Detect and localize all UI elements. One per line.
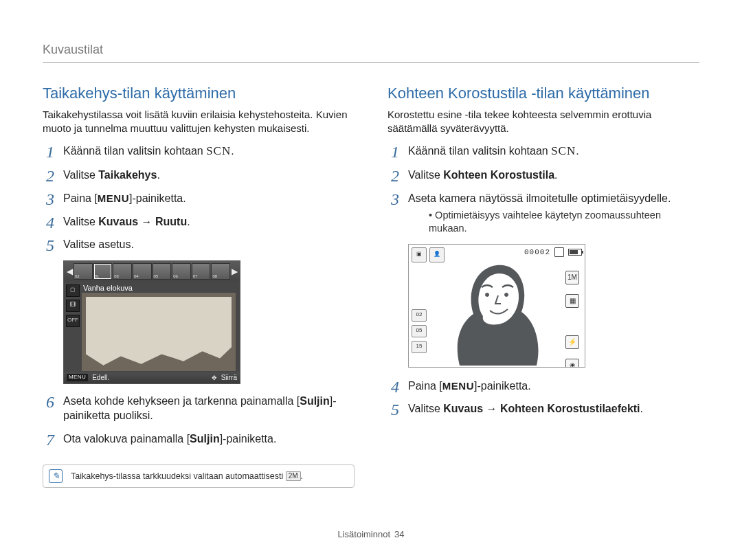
nav-icon: ✥ (212, 374, 217, 382)
step-3: 3 Aseta kamera näytössä ilmoitetulle opt… (387, 191, 699, 236)
step-bold: Kohteen Korostustila (443, 169, 554, 181)
macro-icon: ❀ (565, 359, 579, 368)
scn-label: SCN (206, 144, 231, 157)
step-text: Paina [ (408, 380, 442, 392)
resolution-badge: 2M (286, 471, 301, 481)
thumb: 03 (113, 263, 132, 280)
sd-card-icon (554, 247, 564, 257)
step-text: Paina [ (63, 192, 98, 204)
right-steps-cont: 4 Paina [MENU]-painiketta. 5 Valitse Kuv… (387, 379, 699, 416)
side-icons: ▢ 🎞 OFF (66, 284, 80, 327)
step-text: ]-painiketta. (474, 380, 531, 392)
stack-icon: 15 (412, 341, 427, 353)
side-icon: ▢ (66, 284, 80, 297)
menu-label: MENU (98, 192, 129, 204)
step-bold: Taikakehys (98, 169, 157, 181)
back-label: Edell. (92, 373, 109, 383)
step-text: Valitse (63, 169, 98, 181)
left-intro: Taikakehystilassa voit lisätä kuviin eri… (43, 108, 355, 136)
thumb-selected: 01 (93, 263, 113, 280)
step-2: 2 Valitse Taikakehys. (43, 168, 355, 183)
flash-icon: ⚡ (565, 335, 579, 349)
note-box: ✎ Taikakehys-tilassa tarkkuudeksi valita… (43, 464, 355, 489)
scn-label: SCN (551, 144, 576, 157)
info-icon: ✎ (49, 469, 63, 483)
left-heading: Taikakehys-tilan käyttäminen (43, 83, 355, 104)
left-column: Taikakehys-tilan käyttäminen Taikakehyst… (43, 83, 355, 488)
note-text: Taikakehys-tilassa tarkkuudeksi valitaan… (71, 471, 286, 481)
step-bold: Suljin (190, 433, 220, 445)
step-6: 6 Aseta kohde kehykseen ja tarkenna pain… (43, 394, 355, 423)
step-text: Valitse (408, 169, 443, 181)
step-text: Valitse asetus. (63, 238, 134, 250)
step-text: Valitse (408, 403, 443, 414)
page-number: 34 (394, 529, 404, 539)
stack-icon: 02 (412, 309, 427, 322)
frame-style-label: Vanha elokuva (83, 283, 133, 293)
step-2: 2 Valitse Kohteen Korostustila. (387, 168, 699, 183)
battery-icon (568, 249, 582, 256)
right-column: Kohteen Korostustila -tilan käyttäminen … (387, 83, 699, 488)
step-7: 7 Ota valokuva painamalla [Suljin]-paini… (43, 432, 355, 447)
step-arrow: → (483, 403, 500, 414)
step-4: 4 Valitse Kuvaus → Ruutu. (43, 214, 355, 229)
arrow-left-icon: ◀ (66, 262, 73, 280)
screenshot-footer: MENU Edell. ✥ Siirrä (64, 372, 240, 383)
step-arrow: → (138, 216, 155, 227)
step-4: 4 Paina [MENU]-painiketta. (387, 379, 699, 394)
left-steps-cont: 6 Aseta kohde kehykseen ja tarkenna pain… (43, 394, 355, 447)
thumb: 05 (153, 263, 172, 280)
thumb: 06 (172, 263, 191, 280)
step-sub-bullet: Optimietäisyys vaihtelee käytetyn zoomau… (429, 209, 699, 236)
stack-icon: 05 (412, 325, 427, 337)
frame-thumbnails: ◀ 02 01 03 04 05 06 07 08 ▶ (64, 261, 240, 282)
step-text: . (554, 169, 557, 181)
move-label: Siirrä (221, 373, 237, 383)
right-heading: Kohteen Korostustila -tilan käyttäminen (387, 83, 699, 104)
portrait-illustration (439, 256, 554, 366)
thumb: 08 (211, 263, 230, 280)
step-text: ]-painiketta. (129, 192, 186, 204)
step-text: Valitse (63, 216, 98, 227)
step-text: . (231, 145, 234, 157)
right-intro: Korostettu esine -tila tekee kohteesta s… (387, 108, 699, 136)
camera-screenshot-magic-frame: ◀ 02 01 03 04 05 06 07 08 ▶ ▢ 🎞 OFF Vanh… (63, 260, 240, 384)
thumb: 04 (133, 263, 152, 280)
step-text: Aseta kamera näytössä ilmoitetulle optim… (408, 192, 671, 204)
step-text: . (640, 403, 643, 414)
right-steps: 1 Käännä tilan valitsin kohtaan SCN. 2 V… (387, 144, 699, 235)
step-5: 5 Valitse Kuvaus → Kohteen Korostustilae… (387, 401, 699, 416)
preview-area (82, 293, 236, 371)
left-steps: 1 Käännä tilan valitsin kohtaan SCN. 2 V… (43, 144, 355, 251)
step-text: ]-painiketta. (220, 433, 277, 445)
menu-tag-icon: MENU (67, 374, 88, 381)
resolution-icon: 1M (565, 271, 579, 284)
grid-icon: ▦ (565, 294, 579, 308)
step-text: Ota valokuva painamalla [ (63, 433, 190, 445)
mode-icon: ▣ (412, 247, 427, 262)
step-bold: Kuvaus (98, 216, 138, 227)
page-footer: Lisätoiminnot34 (0, 528, 742, 541)
side-icon: OFF (66, 315, 80, 327)
arrow-right-icon: ▶ (231, 262, 238, 280)
note-text: . (301, 471, 303, 481)
thumb: 07 (192, 263, 211, 280)
step-bold: Kohteen Korostustilaefekti (500, 403, 640, 414)
step-text: Aseta kohde kehykseen ja tarkenna painam… (63, 395, 300, 407)
step-text: . (576, 145, 578, 157)
step-1: 1 Käännä tilan valitsin kohtaan SCN. (43, 144, 355, 159)
step-bold: Suljin (300, 395, 330, 407)
step-1: 1 Käännä tilan valitsin kohtaan SCN. (387, 144, 699, 159)
step-text: . (157, 169, 159, 181)
step-5: 5 Valitse asetus. (43, 237, 355, 252)
step-text: . (187, 216, 190, 227)
step-bold: Kuvaus (443, 403, 483, 414)
step-text: Käännä tilan valitsin kohtaan (408, 145, 551, 157)
step-3: 3 Paina [MENU]-painiketta. (43, 191, 355, 206)
step-bold: Ruutu (155, 216, 187, 227)
step-text: Käännä tilan valitsin kohtaan (63, 145, 206, 157)
footer-label: Lisätoiminnot (337, 529, 390, 539)
section-header: Kuvaustilat (43, 41, 699, 63)
thumb: 02 (74, 263, 93, 280)
menu-label: MENU (442, 380, 474, 392)
